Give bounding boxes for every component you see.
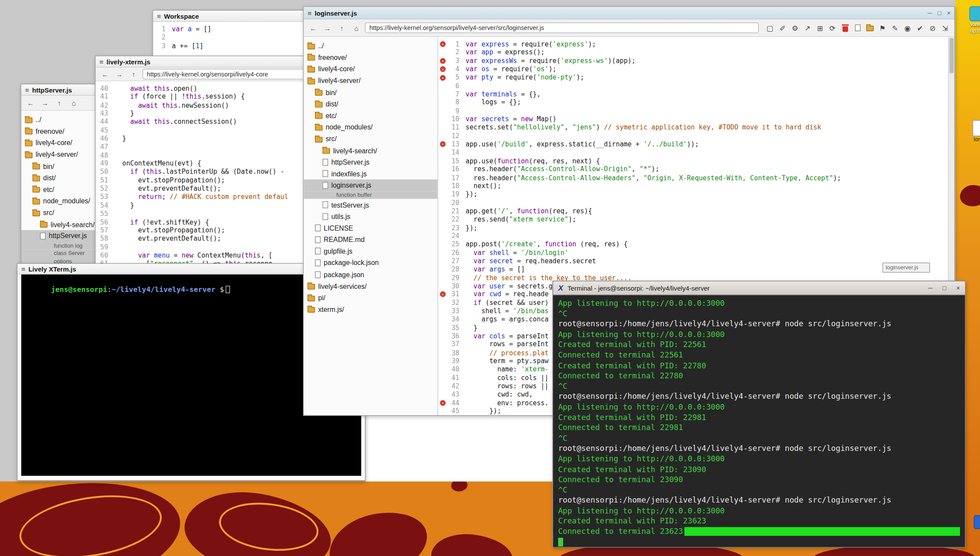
error-marker-icon: ×: [440, 66, 445, 72]
paint-brush-icon[interactable]: ✐: [778, 23, 787, 32]
url-input[interactable]: https://lively-kernel.org/sensorpi/livel…: [365, 23, 759, 33]
gutter-marker-slot: ×: [439, 290, 447, 298]
line-number: 21: [447, 207, 462, 215]
desktop-icon-document[interactable]: long: [960, 120, 980, 142]
maximize-button[interactable]: □: [937, 10, 941, 17]
close-button[interactable]: ×: [947, 10, 950, 17]
terminal-text: Connected to terminal 22780: [558, 371, 683, 381]
terminal-line: Connected to terminal 23090: [558, 475, 960, 485]
terminal-output[interactable]: App listening to http://0.0.0.0:3000^Cro…: [553, 295, 965, 547]
tree-item-package-json[interactable]: package.json: [304, 269, 438, 281]
new-folder-icon[interactable]: [866, 24, 874, 31]
scrollbar-thumb[interactable]: [949, 38, 954, 73]
terminal-text: Connected to terminal 22981: [558, 423, 683, 433]
view-icon[interactable]: ◉: [903, 23, 912, 32]
gutter-marker-slot: [439, 307, 447, 315]
tree-item-utils-js[interactable]: utils.js: [304, 211, 438, 222]
select-box-icon[interactable]: ▢: [766, 23, 774, 32]
minimize-button[interactable]: ─: [927, 10, 932, 17]
menu-icon[interactable]: ≡: [25, 86, 29, 93]
tree-item-etc[interactable]: etc/: [304, 110, 438, 122]
gutter-marker-slot: [439, 324, 447, 332]
back-button[interactable]: ←: [99, 69, 111, 79]
forward-button[interactable]: →: [322, 23, 333, 33]
tree-item-item[interactable]: ../: [304, 40, 438, 52]
module-graph-icon[interactable]: ⊞: [815, 23, 824, 32]
tree-item-freenove[interactable]: freenove/: [304, 52, 438, 63]
code-line-23: 23});: [439, 224, 948, 232]
desktop: vased up dat long ≡ Workspace 1var a = […: [0, 0, 980, 556]
home-button[interactable]: ⌂: [351, 23, 362, 33]
minimize-button[interactable]: ─: [928, 285, 933, 291]
fullscreen-icon[interactable]: ⇲: [940, 23, 949, 32]
line-number: 8: [447, 99, 462, 107]
forward-button[interactable]: →: [40, 98, 51, 108]
tree-item-pi[interactable]: pi/: [304, 292, 438, 304]
menu-icon[interactable]: ≡: [307, 9, 311, 17]
line-number: 45: [96, 126, 111, 134]
tree-item-testserver-js[interactable]: testServer.js: [304, 199, 438, 211]
gutter-marker-slot: [439, 374, 447, 382]
tree-item-bin[interactable]: bin/: [304, 86, 438, 98]
desktop-icon-updater[interactable]: vased up dat: [959, 6, 980, 33]
forward-button[interactable]: →: [114, 69, 125, 79]
close-button[interactable]: ×: [957, 285, 960, 291]
up-button[interactable]: ↑: [128, 69, 139, 79]
code-line-12: 12: [439, 132, 948, 140]
gutter-marker-slot: [439, 173, 447, 182]
up-button[interactable]: ↑: [54, 98, 65, 108]
line-number: 43: [96, 109, 111, 118]
menu-icon[interactable]: ≡: [21, 265, 25, 272]
code-line-8: 8 logs = {};: [439, 99, 948, 107]
accept-icon[interactable]: ✔: [916, 23, 924, 32]
tree-item-dist[interactable]: dist/: [304, 98, 438, 110]
terminal-text: App listening to http://0.0.0.0:3000: [558, 402, 725, 412]
code-text: [462, 199, 948, 207]
tree-subitem-function-buffer[interactable]: function buffer: [304, 191, 438, 199]
tree-item-src[interactable]: src/: [304, 133, 438, 145]
error-marker-icon: ×: [440, 291, 445, 297]
terminal-title-bar[interactable]: X Terminal - jens@sensorpi: ~/lively4/li…: [553, 281, 965, 295]
tree-item-package-lock-json[interactable]: package-lock.json: [304, 257, 438, 269]
reload-icon[interactable]: ⟳: [828, 23, 837, 32]
terminal-text: Created terminal with PID: 22780: [558, 361, 706, 371]
delete-icon[interactable]: [841, 24, 849, 31]
folder-icon: [307, 307, 315, 313]
forbid-icon[interactable]: ⊘: [928, 23, 937, 32]
open-external-icon[interactable]: ↗: [803, 23, 812, 32]
menu-icon[interactable]: ≡: [99, 58, 103, 65]
tree-item-gulpfile-js[interactable]: gulpfile.js: [304, 245, 438, 257]
home-button[interactable]: ⌂: [68, 98, 79, 108]
back-button[interactable]: ←: [25, 98, 36, 108]
maximize-button[interactable]: □: [943, 285, 947, 291]
tree-item-lively4-search[interactable]: lively4-search/: [304, 145, 438, 156]
code-text: app.use('/build', express.static(__dirna…: [462, 140, 948, 149]
tree-item-lively4-server[interactable]: lively4-server/: [304, 75, 438, 86]
menu-icon[interactable]: ≡: [157, 12, 161, 20]
code-line-25: 25app.post('/create', function (req, res…: [439, 240, 948, 248]
tree-item-lively4-core[interactable]: lively4-core/: [304, 63, 438, 75]
back-button[interactable]: ←: [307, 23, 319, 33]
edit-icon[interactable]: ✎: [891, 23, 899, 32]
tree-item-loginserver-js[interactable]: loginserver.js: [304, 179, 438, 191]
tree-item-label: etc/: [43, 185, 54, 193]
tree-item-readme-md[interactable]: README.md: [304, 234, 438, 245]
line-number: 31: [447, 290, 462, 298]
tree-item-label: lively4-services/: [318, 282, 367, 290]
terminal-cursor: [225, 286, 230, 293]
tree-item-xterm-js[interactable]: xterm.js/: [304, 304, 438, 315]
tree-item-node-modules[interactable]: node_modules/: [304, 121, 438, 133]
settings-gears-icon[interactable]: ⚙: [791, 23, 799, 32]
tree-item-indexfiles-js[interactable]: indexfiles.js: [304, 168, 438, 180]
gutter-marker-slot: ×: [439, 73, 447, 82]
tree-item-httpserver-js[interactable]: httpServer.js: [304, 156, 438, 168]
loginserver-title-bar[interactable]: ≡ loginserver.js ─□×: [304, 7, 954, 20]
tree-item-lively4-services[interactable]: lively4-services/: [304, 280, 438, 292]
new-file-icon[interactable]: [853, 24, 862, 31]
up-button[interactable]: ↑: [336, 23, 347, 33]
flag-icon[interactable]: ⚑: [878, 23, 887, 32]
tree-item-license[interactable]: LICENSE: [304, 222, 438, 234]
desktop-icon-label: vased: [959, 21, 980, 27]
code-line-20: 20: [439, 199, 948, 207]
code-line-9: 9: [439, 107, 948, 115]
